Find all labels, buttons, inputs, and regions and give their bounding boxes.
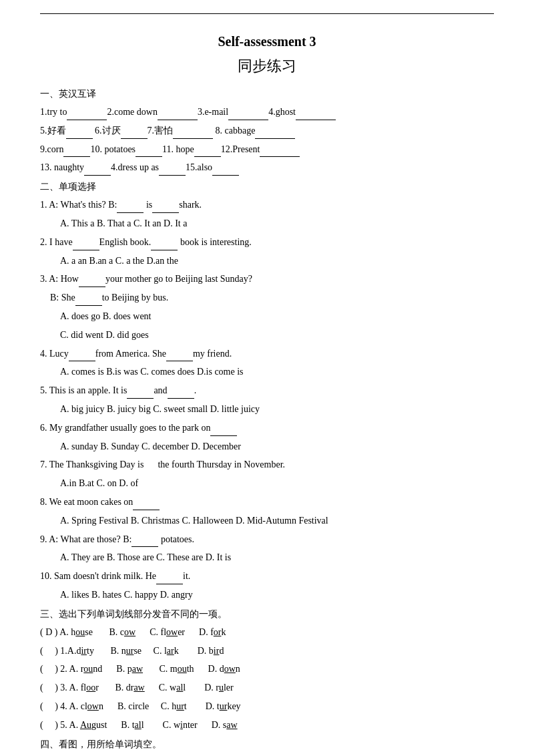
blank-2-5b[interactable] — [168, 388, 194, 399]
q6-text: 6. My grandfather usually goes to the pa… — [40, 420, 494, 436]
q10-options: A. likes B. hates C. happy D. angry — [60, 587, 494, 603]
section1-line1: 1.try to2.come down3.e-mail4.ghost — [40, 104, 494, 120]
q3-text2: B: Sheto Beijing by bus. — [50, 290, 494, 306]
q8-text: 8. We eat moon cakes on — [40, 494, 494, 510]
blank-1-8[interactable] — [255, 128, 295, 139]
section1-line2: 5.好看 6.讨厌7.害怕 8. cabbage — [40, 123, 494, 139]
blank-1-3[interactable] — [228, 110, 268, 120]
section1-header: 一、英汉互译 — [40, 88, 494, 100]
blank-1-15[interactable] — [212, 165, 239, 176]
blank-1-9[interactable] — [63, 146, 90, 157]
q8-options: A. Spring Festival B. Christmas C. Hallo… — [60, 513, 494, 529]
blank-1-5[interactable] — [66, 128, 93, 139]
main-title: Self-assessment 3 — [40, 34, 494, 49]
q1-text: 1. A: What's this? B: isshark. — [40, 197, 494, 213]
blank-1-1[interactable] — [67, 110, 107, 120]
q3-text1: 3. A: Howyour mother go to Beijing last … — [40, 271, 494, 287]
section2-header: 二、单项选择 — [40, 181, 494, 193]
q3-options2: C. did went D. did goes — [60, 327, 494, 343]
blank-1-7[interactable] — [173, 128, 213, 139]
blank-2-10[interactable] — [156, 574, 183, 584]
blank-2-4a[interactable] — [69, 351, 95, 361]
q7-text: 7. The Thanksgiving Day is the fourth Th… — [40, 457, 494, 473]
blank-2-5a[interactable] — [127, 388, 154, 399]
blank-2-2a[interactable] — [73, 240, 99, 250]
blank-1-11[interactable] — [194, 146, 221, 157]
q2-text: 2. I haveEnglish book. book is interesti… — [40, 234, 494, 250]
blank-2-2b[interactable] — [151, 240, 178, 250]
q3s-2: ( ) 2. A. round B. paw C. mouth D. down — [40, 661, 494, 677]
section1-line3: 9.corn10. potatoes11. hope12.Present — [40, 142, 494, 158]
q9-options: A. They are B. Those are C. These are D.… — [60, 550, 494, 566]
blank-2-9[interactable] — [131, 536, 158, 547]
blank-1-10[interactable] — [136, 146, 162, 157]
blank-1-13[interactable] — [84, 165, 111, 176]
q2-options: A. a an B.an a C. a the D.an the — [60, 253, 494, 269]
blank-2-3a[interactable] — [79, 276, 105, 287]
q5-text: 5. This is an apple. It isand. — [40, 383, 494, 399]
blank-1-14[interactable] — [159, 165, 186, 176]
q1-options: A. This a B. That a C. It an D. It a — [60, 216, 494, 232]
blank-1-4[interactable] — [296, 110, 336, 120]
section4-header: 四、看图，用所给单词填空。 — [40, 739, 494, 751]
section3-header: 三、选出下列单词划线部分发音不同的一项。 — [40, 608, 494, 620]
blank-2-1a[interactable] — [117, 202, 144, 213]
blank-1-12[interactable] — [260, 146, 300, 157]
q3-options1: A. does go B. does went — [60, 309, 494, 325]
q5-options: A. big juicy B. juicy big C. sweet small… — [60, 401, 494, 417]
q4-options: A. comes is B.is was C. comes does D.is … — [60, 364, 494, 380]
q3s-1: ( ) 1.A.dirty B. nurse C. lark D. bird — [40, 643, 494, 659]
q3s-3: ( ) 3. A. floor B. draw C. wall D. ruler — [40, 680, 494, 696]
q10-text: 10. Sam doesn't drink milk. Heit. — [40, 568, 494, 584]
blank-2-3b[interactable] — [75, 295, 102, 306]
blank-2-1b[interactable] — [152, 202, 179, 213]
q6-options: A. sunday B. Sunday C. december D. Decem… — [60, 439, 494, 455]
section1-line4: 13. naughty4.dress up as15.also — [40, 160, 494, 176]
blank-2-6[interactable] — [210, 425, 237, 436]
q3s-5: ( ) 5. A. August B. tall C. winter D. sa… — [40, 717, 494, 733]
q3s-4: ( ) 4. A. clown B. circle C. hurt D. tur… — [40, 699, 494, 715]
q7-options: A.in B.at C. on D. of — [60, 476, 494, 492]
blank-2-8[interactable] — [133, 500, 160, 510]
blank-1-2[interactable] — [158, 110, 198, 120]
q4-text: 4. Lucyfrom America. Shemy friend. — [40, 346, 494, 362]
q9-text: 9. A: What are those? B: potatoes. — [40, 532, 494, 548]
top-divider — [40, 13, 494, 14]
q3s-0: ( D ) A. house B. cow C. flower D. fork — [40, 624, 494, 640]
blank-2-4b[interactable] — [166, 351, 193, 361]
blank-1-6[interactable] — [121, 128, 148, 139]
sub-title: 同步练习 — [40, 56, 494, 76]
